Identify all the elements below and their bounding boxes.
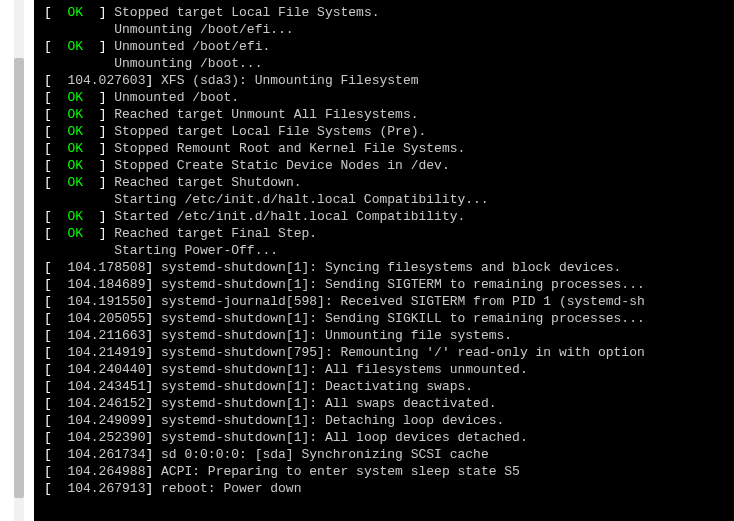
console-line: Starting Power-Off... — [44, 242, 730, 259]
bracket-open: [ — [44, 277, 52, 292]
console-message: Reached target Unmount All Filesystems. — [106, 107, 418, 122]
bracket-open: [ — [44, 311, 52, 326]
kernel-timestamp: 104.178508 — [52, 260, 146, 275]
scrollbar-thumb[interactable] — [14, 58, 24, 498]
ok-status: OK — [67, 226, 83, 241]
console-message: Started /etc/init.d/halt.local Compatibi… — [106, 209, 465, 224]
console-message: systemd-shutdown[1]: Syncing filesystems… — [153, 260, 621, 275]
kernel-timestamp: 104.264988 — [52, 464, 146, 479]
console-message: Reached target Shutdown. — [106, 175, 301, 190]
console-message: systemd-journald[598]: Received SIGTERM … — [153, 294, 644, 309]
kernel-timestamp: 104.191550 — [52, 294, 146, 309]
console-line: [ 104.267913] reboot: Power down — [44, 480, 730, 497]
bracket-open: [ — [44, 124, 52, 139]
kernel-timestamp: 104.211663 — [52, 328, 146, 343]
console-line: [ 104.211663] systemd-shutdown[1]: Unmou… — [44, 327, 730, 344]
console-line: [ 104.261734] sd 0:0:0:0: [sda] Synchron… — [44, 446, 730, 463]
console-message: Stopped Create Static Device Nodes in /d… — [106, 158, 449, 173]
ok-status: OK — [67, 209, 83, 224]
console-line: [ 104.027603] XFS (sda3): Unmounting Fil… — [44, 72, 730, 89]
ok-status: OK — [67, 175, 83, 190]
kernel-timestamp: 104.249099 — [52, 413, 146, 428]
console-line: [ 104.240440] systemd-shutdown[1]: All f… — [44, 361, 730, 378]
bracket-open: [ — [44, 141, 52, 156]
console-line: [ 104.214919] systemd-shutdown[795]: Rem… — [44, 344, 730, 361]
bracket-open: [ — [44, 5, 52, 20]
console-line: Starting /etc/init.d/halt.local Compatib… — [44, 191, 730, 208]
console-line: Unmounting /boot/efi... — [44, 21, 730, 38]
kernel-timestamp: 104.243451 — [52, 379, 146, 394]
console-line: [ 104.249099] systemd-shutdown[1]: Detac… — [44, 412, 730, 429]
console-line: [ 104.191550] systemd-journald[598]: Rec… — [44, 293, 730, 310]
console-line: [ 104.246152] systemd-shutdown[1]: All s… — [44, 395, 730, 412]
console-line: [ 104.264988] ACPI: Preparing to enter s… — [44, 463, 730, 480]
console-line: [ 104.178508] systemd-shutdown[1]: Synci… — [44, 259, 730, 276]
console-line: [ OK ] Reached target Final Step. — [44, 225, 730, 242]
console-line: [ OK ] Reached target Shutdown. — [44, 174, 730, 191]
bracket-open: [ — [44, 362, 52, 377]
console-message: Unmounting /boot/efi... — [44, 22, 294, 37]
console-output: [ OK ] Stopped target Local File Systems… — [34, 0, 734, 521]
console-line: [ 104.252390] systemd-shutdown[1]: All l… — [44, 429, 730, 446]
bracket-open: [ — [44, 90, 52, 105]
console-line: [ 104.184689] systemd-shutdown[1]: Sendi… — [44, 276, 730, 293]
console-line: [ OK ] Stopped target Local File Systems… — [44, 4, 730, 21]
bracket-open: [ — [44, 260, 52, 275]
bracket-open: [ — [44, 175, 52, 190]
console-message: systemd-shutdown[1]: Deactivating swaps. — [153, 379, 473, 394]
ok-status: OK — [67, 39, 83, 54]
console-line: [ OK ] Stopped Remount Root and Kernel F… — [44, 140, 730, 157]
console-message: systemd-shutdown[795]: Remounting '/' re… — [153, 345, 644, 360]
bracket-open: [ — [44, 396, 52, 411]
bracket-open: [ — [44, 379, 52, 394]
console-message: systemd-shutdown[1]: Unmounting file sys… — [153, 328, 512, 343]
console-message: systemd-shutdown[1]: Sending SIGTERM to … — [153, 277, 644, 292]
ok-status: OK — [67, 5, 83, 20]
console-message: Starting Power-Off... — [44, 243, 278, 258]
bracket-open: [ — [44, 226, 52, 241]
kernel-timestamp: 104.246152 — [52, 396, 146, 411]
bracket-open: [ — [44, 294, 52, 309]
console-message: Stopped target Local File Systems (Pre). — [106, 124, 426, 139]
console-message: Unmounting /boot... — [44, 56, 262, 71]
console-message: Stopped target Local File Systems. — [106, 5, 379, 20]
bracket-open: [ — [44, 481, 52, 496]
kernel-timestamp: 104.205055 — [52, 311, 146, 326]
bracket-open: [ — [44, 107, 52, 122]
console-line: [ 104.205055] systemd-shutdown[1]: Sendi… — [44, 310, 730, 327]
console-message: XFS (sda3): Unmounting Filesystem — [153, 73, 418, 88]
console-line: [ OK ] Reached target Unmount All Filesy… — [44, 106, 730, 123]
bracket-open: [ — [44, 345, 52, 360]
console-line: [ OK ] Stopped Create Static Device Node… — [44, 157, 730, 174]
ok-status: OK — [67, 141, 83, 156]
console-message: sd 0:0:0:0: [sda] Synchronizing SCSI cac… — [153, 447, 488, 462]
console-message: systemd-shutdown[1]: All filesystems unm… — [153, 362, 527, 377]
bracket-open: [ — [44, 209, 52, 224]
bracket-open: [ — [44, 464, 52, 479]
bracket-open: [ — [44, 158, 52, 173]
bracket-open: [ — [44, 73, 52, 88]
console-message: Reached target Final Step. — [106, 226, 317, 241]
kernel-timestamp: 104.240440 — [52, 362, 146, 377]
console-message: Unmounted /boot/efi. — [106, 39, 270, 54]
ok-status: OK — [67, 124, 83, 139]
console-message: systemd-shutdown[1]: Sending SIGKILL to … — [153, 311, 644, 326]
console-message: systemd-shutdown[1]: Detaching loop devi… — [153, 413, 504, 428]
viewport: [ OK ] Stopped target Local File Systems… — [0, 0, 734, 521]
console-message: systemd-shutdown[1]: All swaps deactivat… — [153, 396, 496, 411]
console-message: Stopped Remount Root and Kernel File Sys… — [106, 141, 465, 156]
console-message: reboot: Power down — [153, 481, 301, 496]
kernel-timestamp: 104.214919 — [52, 345, 146, 360]
console-line: [ OK ] Started /etc/init.d/halt.local Co… — [44, 208, 730, 225]
kernel-timestamp: 104.261734 — [52, 447, 146, 462]
kernel-timestamp: 104.252390 — [52, 430, 146, 445]
bracket-open: [ — [44, 413, 52, 428]
bracket-open: [ — [44, 447, 52, 462]
console-message: Starting /etc/init.d/halt.local Compatib… — [44, 192, 489, 207]
console-line: Unmounting /boot... — [44, 55, 730, 72]
bracket-open: [ — [44, 328, 52, 343]
bracket-open: [ — [44, 39, 52, 54]
bracket-open: [ — [44, 430, 52, 445]
kernel-timestamp: 104.027603 — [52, 73, 146, 88]
console-line: [ OK ] Stopped target Local File Systems… — [44, 123, 730, 140]
